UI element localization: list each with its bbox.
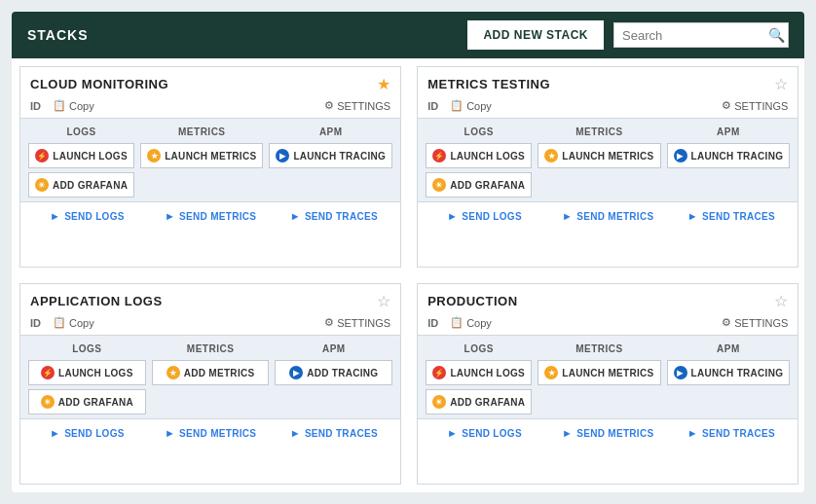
header-title: STACKS <box>27 27 89 43</box>
copy-button[interactable]: 📋 Copy <box>53 99 94 112</box>
stack-card-cloud-monitoring: CLOUD MONITORING ★ ID 📋 Copy ⚙ SETT <box>19 66 401 268</box>
launch-tracing-button[interactable]: ▶ LAUNCH TRACING <box>667 143 791 168</box>
send-metrics-label: SEND METRICS <box>576 211 653 222</box>
launch-metrics-button[interactable]: ★ LAUNCH METRICS <box>538 143 660 168</box>
settings-button[interactable]: ⚙ SETTINGS <box>324 99 390 112</box>
search-input[interactable] <box>622 28 768 43</box>
launch-logs-label: LAUNCH LOGS <box>58 368 133 378</box>
settings-button[interactable]: ⚙ SETTINGS <box>722 316 788 329</box>
id-label: ID <box>427 100 438 112</box>
add-grafana-button[interactable]: ☀ ADD GRAFANA <box>28 389 146 414</box>
launch-metrics-button[interactable]: ★ LAUNCH METRICS <box>538 360 660 385</box>
send-traces-button[interactable]: ► SEND TRACES <box>673 425 791 441</box>
add-grafana-button[interactable]: ☀ ADD GRAFANA <box>28 172 134 198</box>
tracing-icon: ▶ <box>289 366 303 379</box>
send-logs-button[interactable]: ► SEND LOGS <box>28 208 146 224</box>
service-col-apm: APM ▶ LAUNCH TRACING <box>269 126 392 198</box>
send-traces-label: SEND TRACES <box>702 211 775 222</box>
send-logs-icon: ► <box>50 210 60 222</box>
services-area: LOGS ⚡ LAUNCH LOGS ☀ ADD GRAFANA METRICS <box>418 119 797 201</box>
launch-metrics-button[interactable]: ★ LAUNCH METRICS <box>140 143 263 168</box>
send-metrics-label: SEND METRICS <box>179 428 256 439</box>
star-icon[interactable]: ☆ <box>774 75 788 93</box>
send-metrics-button[interactable]: ► SEND METRICS <box>549 425 667 441</box>
search-icon: 🔍 <box>768 27 785 43</box>
gear-icon: ⚙ <box>324 99 334 112</box>
id-area: ID 📋 Copy <box>30 316 94 329</box>
send-row: ► SEND LOGS ► SEND METRICS ► SEND TRACES <box>20 418 400 447</box>
settings-label: SETTINGS <box>337 100 390 112</box>
send-logs-label: SEND LOGS <box>64 211 125 222</box>
copy-button[interactable]: 📋 Copy <box>450 99 492 112</box>
tracing-icon: ▶ <box>674 366 687 379</box>
apm-label: APM <box>275 343 392 354</box>
send-logs-button[interactable]: ► SEND LOGS <box>426 425 543 441</box>
launch-logs-label: LAUNCH LOGS <box>53 151 128 162</box>
stack-name: METRICS TESTING <box>427 77 550 91</box>
id-area: ID 📋 Copy <box>30 99 94 112</box>
add-tracing-button[interactable]: ▶ ADD TRACING <box>275 360 392 385</box>
gear-icon: ⚙ <box>324 316 334 329</box>
settings-button[interactable]: ⚙ SETTINGS <box>722 99 788 112</box>
id-area: ID 📋 Copy <box>427 99 492 112</box>
add-grafana-button[interactable]: ☀ ADD GRAFANA <box>426 389 532 414</box>
logs-label: LOGS <box>426 343 532 354</box>
stack-card-header: METRICS TESTING ☆ <box>418 67 797 97</box>
launch-tracing-button[interactable]: ▶ LAUNCH TRACING <box>667 360 791 385</box>
send-metrics-button[interactable]: ► SEND METRICS <box>152 208 270 224</box>
add-metrics-button[interactable]: ★ ADD METRICS <box>152 360 270 385</box>
send-traces-button[interactable]: ► SEND TRACES <box>275 425 392 441</box>
send-traces-button[interactable]: ► SEND TRACES <box>673 208 791 224</box>
copy-label: Copy <box>466 317 492 329</box>
launch-tracing-label: LAUNCH TRACING <box>691 151 784 162</box>
launch-metrics-label: LAUNCH METRICS <box>165 151 256 162</box>
service-col-metrics: METRICS ★ ADD METRICS <box>152 343 270 414</box>
metrics-label: METRICS <box>538 343 660 354</box>
header-right: ADD NEW STACK 🔍 <box>467 20 789 50</box>
send-logs-button[interactable]: ► SEND LOGS <box>28 425 146 441</box>
star-icon[interactable]: ★ <box>377 75 390 93</box>
launch-tracing-label: LAUNCH TRACING <box>293 151 386 162</box>
send-traces-icon: ► <box>687 427 698 439</box>
stack-card-application-logs: APPLICATION LOGS ☆ ID 📋 Copy ⚙ SETT <box>19 283 401 485</box>
send-traces-button[interactable]: ► SEND TRACES <box>275 208 392 224</box>
star-icon[interactable]: ☆ <box>377 292 390 310</box>
launch-tracing-button[interactable]: ▶ LAUNCH TRACING <box>269 143 392 168</box>
launch-metrics-label: LAUNCH METRICS <box>562 151 653 162</box>
add-new-stack-button[interactable]: ADD NEW STACK <box>467 20 604 50</box>
launch-logs-button[interactable]: ⚡ LAUNCH LOGS <box>28 143 134 168</box>
star-icon[interactable]: ☆ <box>774 292 788 310</box>
send-metrics-button[interactable]: ► SEND METRICS <box>152 425 270 441</box>
id-settings-row: ID 📋 Copy ⚙ SETTINGS <box>418 314 797 335</box>
launch-logs-button[interactable]: ⚡ LAUNCH LOGS <box>426 360 532 385</box>
send-metrics-button[interactable]: ► SEND METRICS <box>549 208 667 224</box>
apm-label: APM <box>269 126 392 137</box>
search-box: 🔍 <box>613 22 789 48</box>
copy-label: Copy <box>466 100 492 112</box>
copy-button[interactable]: 📋 Copy <box>53 316 94 329</box>
send-logs-label: SEND LOGS <box>64 428 125 439</box>
metrics-icon: ★ <box>544 149 558 162</box>
send-logs-label: SEND LOGS <box>462 428 522 439</box>
launch-logs-button[interactable]: ⚡ LAUNCH LOGS <box>28 360 146 385</box>
launch-logs-button[interactable]: ⚡ LAUNCH LOGS <box>426 143 532 168</box>
add-grafana-label: ADD GRAFANA <box>53 180 128 191</box>
send-traces-icon: ► <box>687 210 698 222</box>
launch-logs-label: LAUNCH LOGS <box>450 368 525 378</box>
grafana-icon: ☀ <box>432 395 446 409</box>
add-grafana-button[interactable]: ☀ ADD GRAFANA <box>426 172 532 198</box>
stack-card-header: CLOUD MONITORING ★ <box>20 67 400 97</box>
copy-button[interactable]: 📋 Copy <box>450 316 492 329</box>
settings-label: SETTINGS <box>337 317 390 329</box>
apm-label: APM <box>667 126 791 137</box>
app-container: STACKS ADD NEW STACK 🔍 CLOUD MONITORING … <box>0 0 816 504</box>
metrics-icon: ★ <box>544 366 558 379</box>
send-traces-label: SEND TRACES <box>305 211 378 222</box>
copy-icon: 📋 <box>53 316 66 329</box>
gear-icon: ⚙ <box>722 99 731 112</box>
stack-card-production: PRODUCTION ☆ ID 📋 Copy ⚙ SETTINGS <box>417 283 798 485</box>
grafana-icon: ☀ <box>35 178 49 192</box>
send-logs-button[interactable]: ► SEND LOGS <box>426 208 543 224</box>
settings-button[interactable]: ⚙ SETTINGS <box>324 316 390 329</box>
launch-metrics-label: LAUNCH METRICS <box>562 368 653 378</box>
